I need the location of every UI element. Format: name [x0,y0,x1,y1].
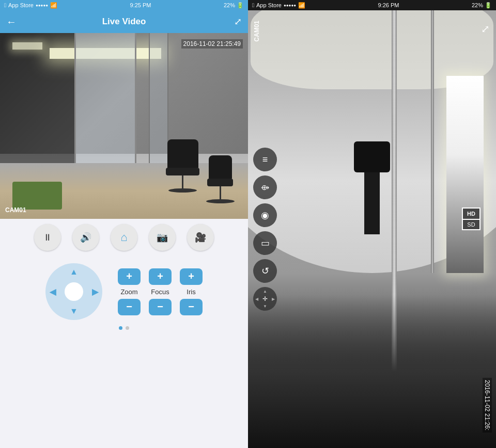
page-dot-1[interactable] [119,326,122,330]
wifi-icon-right: 📶 [298,2,305,9]
chair-leg [182,175,183,188]
display-side-button[interactable]: ▭ [253,231,277,255]
control-buttons-row: ⏸ 🔊 ⌂ 📷 🎥 [34,224,214,251]
cam-label-right: CAM01 [253,21,260,42]
zoom-minus-button[interactable]: − [118,299,141,315]
ceiling-light-2 [12,42,42,50]
chair-base [168,188,197,193]
chair2-seat [207,179,233,186]
left-panel:  App Store ●●●●● 📶 9:25 PM 22% 🔋 ← Live… [0,0,248,448]
carrier-name-left: App Store [8,2,34,8]
metal-bar-2 [431,10,434,273]
volume-button[interactable]: 🔊 [72,224,99,251]
dpad-down-button[interactable]: ▼ [70,307,78,316]
camera-side-button[interactable]: ◉ [253,203,277,227]
video-feed-right: CAM01 2016-11-02 21:26: ⤢ HD SD ≡ ⟴ ◉ [248,10,496,448]
controls-area: ⏸ 🔊 ⌂ 📷 🎥 ▲ ▼ ◀ ▶ [0,219,248,448]
snapshot-button[interactable]: 📷 [149,224,176,251]
carrier-right:  App Store ●●●●● 📶 [252,2,305,9]
wifi-icon-left: 📶 [50,2,57,9]
zoom-col: + Zoom − [118,268,141,315]
zoom-minus-icon: − [126,301,132,313]
time-left: 9:25 PM [130,2,151,8]
iris-plus-icon: + [188,270,194,282]
iris-minus-icon: − [188,301,194,313]
dpad-arrows-overlay: ▲ [263,289,267,294]
page-title: Live Video [102,17,146,27]
zoom-plus-icon: + [126,270,132,282]
status-bar-right:  App Store ●●●●● 📶 9:26 PM 22% 🔋 [248,0,496,10]
apple-icon-left:  [4,2,6,8]
dark-bottom [248,295,496,448]
zoom-label: Zoom [120,288,137,296]
battery-right: 22% 🔋 [472,2,492,9]
status-bar-left:  App Store ●●●●● 📶 9:25 PM 22% 🔋 [0,0,248,10]
pause-icon: ⏸ [43,232,52,243]
battery-percent-left: 22% [224,2,235,8]
chair-seat [166,168,199,175]
menu-icon: ≡ [262,154,268,165]
battery-percent-right: 22% [472,2,483,8]
carrier-left:  App Store ●●●●● 📶 [4,2,57,9]
focus-minus-button[interactable]: − [149,299,172,315]
chair2-base [206,199,235,203]
chair-back [167,139,198,168]
chair2-leg [220,186,221,199]
right-panel:  App Store ●●●●● 📶 9:26 PM 22% 🔋 CAM0 [248,0,496,448]
directional-pad: ▲ ▼ ◀ ▶ [45,263,102,320]
hd-sd-badge: HD SD [462,207,481,230]
dpad-zoom-area: ▲ ▼ ◀ ▶ + Zoom − [45,263,203,320]
back-button[interactable]: ← [6,16,17,28]
iris-plus-button[interactable]: + [180,268,203,285]
chair-2 [205,155,236,197]
volume-icon: 🔊 [80,232,91,243]
side-controls: ≡ ⟴ ◉ ▭ ↺ ✛ ▲ ▼ ◀ ▶ [253,148,277,311]
home-button[interactable]: ⌂ [111,224,137,251]
chair2-back [209,155,232,179]
dpad-center[interactable] [65,282,83,301]
home-icon: ⌂ [120,231,127,244]
signal-left: ●●●●● [36,3,48,8]
eq-head [354,141,390,172]
focus-plus-button[interactable]: + [149,268,172,285]
apple-icon-right:  [252,2,254,8]
zoom-plus-button[interactable]: + [118,268,141,285]
page-dots [119,326,129,330]
ptz-icon: ⟴ [261,183,269,191]
dpad-right-button[interactable]: ▶ [92,287,98,297]
pause-button[interactable]: ⏸ [34,224,61,251]
fullscreen-button-left[interactable]: ⤢ [234,16,242,27]
battery-icon-left: 🔋 [237,2,244,9]
record-button[interactable]: 🎥 [187,224,214,251]
ptz-side-button[interactable]: ⟴ [253,175,277,199]
menu-side-button[interactable]: ≡ [253,148,277,171]
fullscreen-button-right[interactable]: ⤢ [481,23,490,35]
hd-button[interactable]: HD [462,207,481,219]
dpad-down-overlay: ▼ [263,304,267,309]
focus-plus-icon: + [157,270,163,282]
nav-bar-left: ← Live Video ⤢ [0,10,248,33]
dpad-up-button[interactable]: ▲ [70,267,78,277]
sd-button[interactable]: SD [462,219,481,230]
focus-minus-icon: − [157,301,163,313]
timestamp-left: 2016-11-02 21:25:49 [181,39,243,49]
dpad-left-overlay: ◀ [255,297,258,301]
iris-minus-button[interactable]: − [180,299,203,315]
eq-stand [364,172,380,234]
snapshot-icon: 📷 [157,232,168,243]
dpad-icon: ✛ [262,295,268,302]
time-right: 9:26 PM [378,2,399,8]
refresh-side-button[interactable]: ↺ [253,259,277,283]
focus-col: + Focus − [149,268,172,315]
carrier-name-right: App Store [256,2,282,8]
refresh-icon: ↺ [261,265,269,277]
cam-label-left: CAM01 [5,206,26,214]
dpad-left-button[interactable]: ◀ [50,287,56,297]
page-dot-2[interactable] [126,326,129,330]
focus-label: Focus [151,288,169,296]
dpad-circle[interactable]: ▲ ▼ ◀ ▶ [45,263,102,320]
signal-right: ●●●●● [284,3,296,8]
nav-dpad-side-button[interactable]: ✛ ▲ ▼ ◀ ▶ [253,287,277,311]
ceiling-light-right [446,76,484,273]
sd-label: SD [467,221,475,228]
